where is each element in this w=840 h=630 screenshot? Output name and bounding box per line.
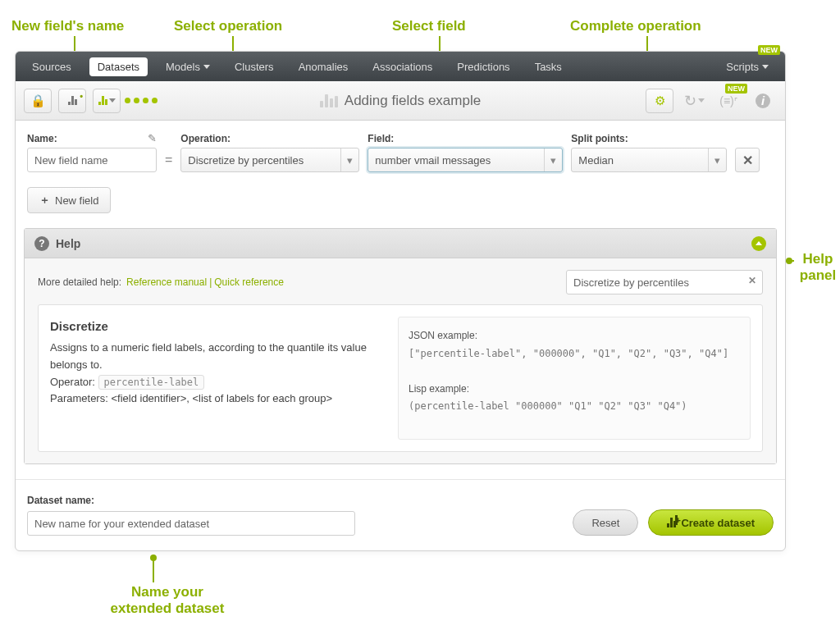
- chevron-down-icon: ▾: [544, 148, 562, 171]
- create-icon: +: [667, 518, 676, 527]
- gear-icon: ⚙: [655, 94, 665, 108]
- new-field-name-input[interactable]: [27, 148, 157, 172]
- info-icon: i: [756, 94, 770, 108]
- help-icon: ?: [34, 236, 49, 251]
- nav-clusters[interactable]: Clusters: [228, 56, 281, 78]
- app-window: Sources Datasets Models Clusters Anomali…: [15, 51, 786, 551]
- help-search-input[interactable]: [566, 270, 763, 294]
- help-title: Help: [56, 237, 80, 250]
- lisp-example-label: Lisp example:: [409, 381, 740, 399]
- dataset-name-input[interactable]: [27, 511, 355, 536]
- plus-overlay: •: [80, 91, 83, 101]
- chevron-down-icon: [203, 65, 210, 69]
- help-panel: ? Help More detailed help: Reference man…: [24, 228, 777, 464]
- collapse-icon[interactable]: [751, 236, 766, 251]
- remove-field-button[interactable]: ✕: [735, 148, 760, 172]
- chevron-down-icon: [762, 65, 769, 69]
- field-label: Field:: [368, 133, 563, 144]
- help-subtitle: Discretize: [50, 317, 381, 336]
- split-points-select[interactable]: Median▾: [571, 148, 727, 172]
- chevron-down-icon: ▾: [340, 148, 358, 171]
- help-header[interactable]: ? Help: [25, 229, 776, 258]
- help-body: More detailed help: Reference manual | Q…: [25, 258, 776, 463]
- expression-button[interactable]: (≡)ʳNEW: [714, 89, 742, 113]
- info-button[interactable]: i: [749, 89, 777, 113]
- nav-associations[interactable]: Associations: [366, 56, 439, 78]
- nav-anomalies[interactable]: Anomalies: [292, 56, 355, 78]
- new-field-button[interactable]: ＋New field: [27, 187, 111, 213]
- dataset-icon-button[interactable]: •: [58, 89, 86, 113]
- navbar: Sources Datasets Models Clusters Anomali…: [16, 52, 785, 81]
- more-help-label: More detailed help:: [38, 276, 121, 288]
- nav-datasets[interactable]: Datasets: [89, 57, 148, 76]
- help-content-box: Discretize Assigns to a numeric field la…: [38, 304, 763, 452]
- json-example-label: JSON example:: [409, 327, 740, 345]
- operator-label: Operator:: [50, 376, 95, 388]
- reference-manual-link[interactable]: Reference manual: [126, 276, 207, 288]
- page-title: Adding fields example: [345, 93, 481, 109]
- toolbar: 🔒 • Adding fields example ⚙ ↻ (≡)ʳNEW i: [16, 81, 785, 121]
- database-icon: [68, 96, 77, 105]
- pencil-icon[interactable]: ✎: [148, 132, 157, 144]
- new-badge: NEW: [758, 45, 780, 55]
- nav-scripts-label: Scripts: [726, 61, 759, 73]
- privacy-lock-button[interactable]: 🔒: [24, 89, 52, 113]
- expression-icon: (≡)ʳ: [719, 94, 737, 107]
- chevron-down-icon: ▾: [708, 148, 726, 171]
- field-value: number vmail messages: [375, 154, 491, 167]
- chevron-down-icon: [698, 98, 705, 103]
- callout-dot: [150, 555, 157, 561]
- title-bars-icon: [320, 94, 338, 107]
- callout-helppanel: Help panel: [796, 251, 840, 285]
- field-definition-row: Name:✎ = Operation: Discretize by percen…: [16, 121, 785, 177]
- callout-selectop: Select operation: [174, 18, 282, 34]
- field-select[interactable]: number vmail messages▾: [368, 148, 563, 172]
- create-dataset-button[interactable]: + Create dataset: [648, 509, 774, 536]
- nav-tasks[interactable]: Tasks: [528, 56, 568, 78]
- json-example-code: ["percentile-label", "000000", "Q1", "Q2…: [409, 345, 740, 363]
- callout-nameextended: Name your extended dataset: [102, 584, 233, 618]
- close-icon: ✕: [742, 153, 753, 168]
- gear-button[interactable]: ⚙: [646, 89, 673, 113]
- operator-code: percentile-label: [98, 375, 205, 390]
- parameters-label: Parameters:: [50, 392, 108, 404]
- quick-reference-link[interactable]: Quick reference: [214, 276, 284, 288]
- nav-sources[interactable]: Sources: [25, 56, 78, 78]
- nav-models-label: Models: [166, 61, 200, 73]
- callout-dot: [786, 258, 792, 264]
- dataset-name-label: Dataset name:: [27, 495, 355, 506]
- parameters-value: <field identifier>, <list of labels for …: [111, 392, 332, 404]
- callout-newfieldname: New field's name: [11, 18, 124, 34]
- split-value: Median: [578, 154, 614, 167]
- plus-icon: ＋: [39, 193, 50, 208]
- help-description: Assigns to a numeric field labels, accor…: [50, 340, 381, 374]
- new-badge: NEW: [725, 84, 747, 94]
- page-title-area: Adding fields example: [162, 93, 639, 109]
- cloud-refresh-button[interactable]: ↻: [680, 89, 708, 113]
- callout-helppanel-text: Help panel: [800, 251, 836, 283]
- new-field-label: New field: [55, 194, 98, 207]
- bars-icon: [98, 96, 107, 105]
- nav-scripts[interactable]: Scripts: [719, 56, 775, 78]
- create-dataset-label: Create dataset: [681, 517, 755, 529]
- configure-dataset-button[interactable]: [93, 89, 121, 113]
- lisp-example-code: (percentile-label "000000" "Q1" "Q2" "Q3…: [409, 398, 740, 416]
- name-label: Name:: [27, 133, 57, 144]
- lock-icon: 🔒: [30, 94, 46, 108]
- equals-sign: =: [165, 153, 172, 172]
- reset-button[interactable]: Reset: [573, 509, 638, 536]
- callout-completeop: Complete operation: [570, 18, 701, 34]
- operation-label: Operation:: [180, 133, 359, 144]
- footer: Dataset name: Reset + Create dataset: [16, 479, 785, 550]
- clear-search-icon[interactable]: ✕: [748, 275, 756, 286]
- chevron-down-icon: [109, 98, 116, 103]
- cloud-icon: ↻: [684, 92, 696, 110]
- nav-models[interactable]: Models: [159, 56, 217, 78]
- progress-dots: [127, 89, 155, 113]
- nav-predictions[interactable]: Predictions: [450, 56, 516, 78]
- operation-value: Discretize by percentiles: [188, 154, 304, 167]
- operation-select[interactable]: Discretize by percentiles▾: [180, 148, 359, 172]
- callout-selectfield: Select field: [392, 18, 466, 34]
- split-points-label: Split points:: [571, 133, 727, 144]
